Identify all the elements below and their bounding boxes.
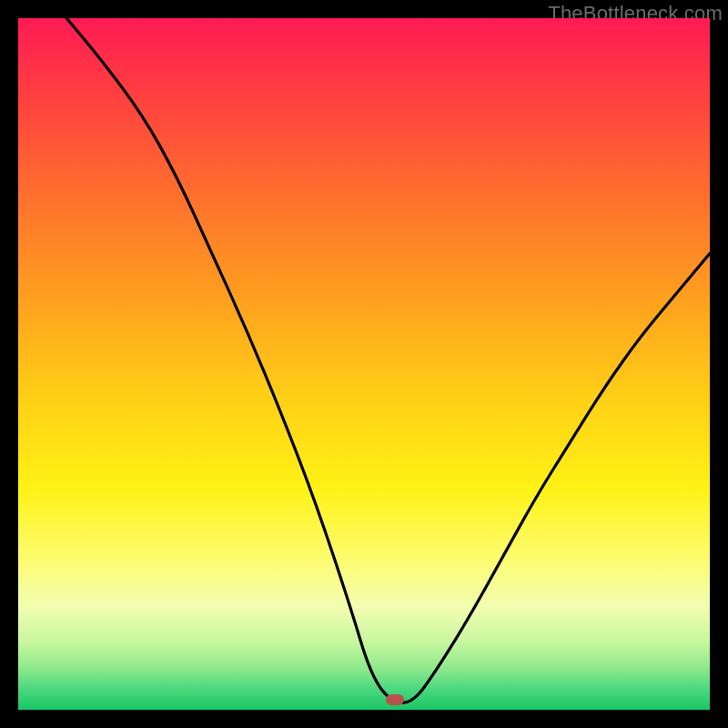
chart-plot-area <box>18 18 710 710</box>
optimum-marker <box>386 694 404 705</box>
chart-frame <box>18 18 710 710</box>
bottleneck-curve <box>18 18 710 710</box>
